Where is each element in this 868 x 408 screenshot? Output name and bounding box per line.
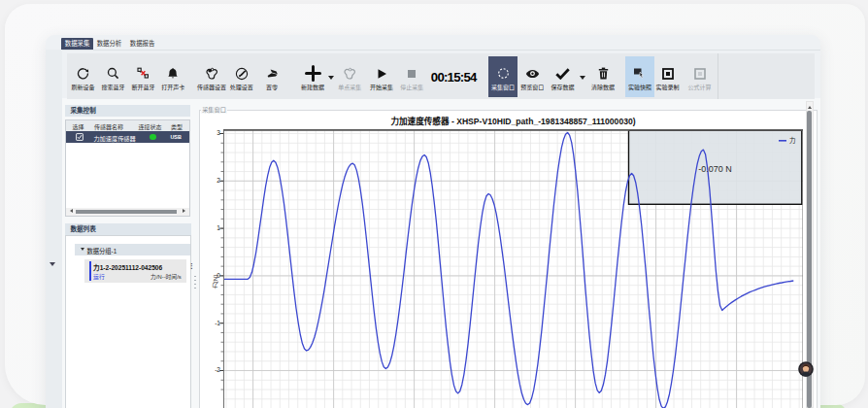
svg-text:力: 力 [789,136,795,145]
svg-text:-0.070 N: -0.070 N [698,164,731,174]
